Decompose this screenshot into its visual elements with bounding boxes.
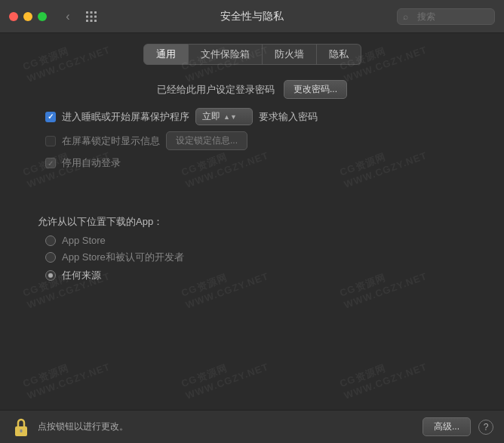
advanced-button[interactable]: 高级... [423,417,471,436]
sleep-row: 进入睡眠或开始屏幕保护程序 立即 ▲▼ 要求输入密码 [38,108,466,125]
tab-firewall[interactable]: 防火墙 [263,44,317,65]
tabbar: 通用 文件保险箱 防火墙 隐私 [0,33,504,72]
svg-rect-4 [91,15,93,17]
search-wrapper: ⌕ [397,8,495,25]
grid-icon [86,11,97,22]
tab-privacy[interactable]: 隐私 [317,44,361,65]
titlebar: ‹ 安全性与隐私 ⌕ [0,0,504,33]
main-content: 已经给此用户设定登录密码 更改密码... 进入睡眠或开始屏幕保护程序 立即 ▲▼… [0,72,504,170]
radio-anywhere[interactable] [45,270,56,281]
radio-anywhere-row: 任何来源 [38,269,466,282]
radio-appstore-dev[interactable] [45,252,56,263]
svg-rect-1 [91,11,93,14]
svg-rect-2 [94,11,97,14]
radio-anywhere-label: 任何来源 [62,269,101,282]
svg-rect-0 [86,11,88,14]
radio-appstore-dev-label: App Store和被认可的开发者 [62,251,184,264]
screen-lock-checkbox [45,136,56,146]
change-password-button[interactable]: 更改密码... [284,80,347,99]
sleep-checkbox[interactable] [45,112,56,122]
svg-rect-3 [86,15,88,17]
search-input[interactable] [397,8,495,25]
lock-icon [12,417,30,438]
lock-icon-wrapper[interactable] [11,417,32,438]
screen-lock-row: 在屏幕锁定时显示信息 设定锁定信息... [38,131,466,150]
tab-filevault[interactable]: 文件保险箱 [189,44,263,65]
auto-login-row: 停用自动登录 [38,156,466,170]
minimize-button[interactable] [23,12,32,21]
screen-lock-label: 在屏幕锁定时显示信息 [62,134,160,148]
require-password-label: 要求输入密码 [259,110,318,124]
sleep-label: 进入睡眠或开始屏幕保护程序 [62,110,189,124]
radio-appstore-label: App Store [62,235,106,246]
svg-rect-7 [91,20,93,22]
back-button[interactable]: ‹ [57,9,78,24]
auto-login-checkbox [45,158,56,168]
close-button[interactable] [9,12,18,21]
svg-rect-10 [20,429,23,432]
maximize-button[interactable] [38,12,47,21]
password-label: 已经给此用户设定登录密码 [157,83,275,97]
allow-apps-label: 允许从以下位置下载的App： [38,215,466,229]
set-lock-info-button: 设定锁定信息... [166,131,247,150]
svg-rect-5 [94,15,97,17]
svg-rect-6 [86,20,88,22]
bottombar: 点按锁钮以进行更改。 高级... ? [0,410,504,443]
radio-appstore-row: App Store [38,235,466,246]
immediately-dropdown[interactable]: 立即 ▲▼ [195,108,253,125]
window-title: 安全性与隐私 [220,10,284,23]
radio-appstore[interactable] [45,235,56,246]
password-row: 已经给此用户设定登录密码 更改密码... [38,80,466,99]
help-button[interactable]: ? [478,420,493,435]
lock-status-text: 点按锁钮以进行更改。 [38,420,423,433]
traffic-lights [9,12,47,21]
svg-rect-8 [94,20,97,22]
auto-login-label: 停用自动登录 [62,156,121,170]
divider-area [0,170,504,215]
allow-apps-section: 允许从以下位置下载的App： App Store App Store和被认可的开… [0,215,504,282]
radio-appstore-dev-row: App Store和被认可的开发者 [38,251,466,264]
dropdown-arrow-icon: ▲▼ [223,113,237,121]
tab-general[interactable]: 通用 [143,44,189,65]
search-icon: ⌕ [403,11,408,22]
